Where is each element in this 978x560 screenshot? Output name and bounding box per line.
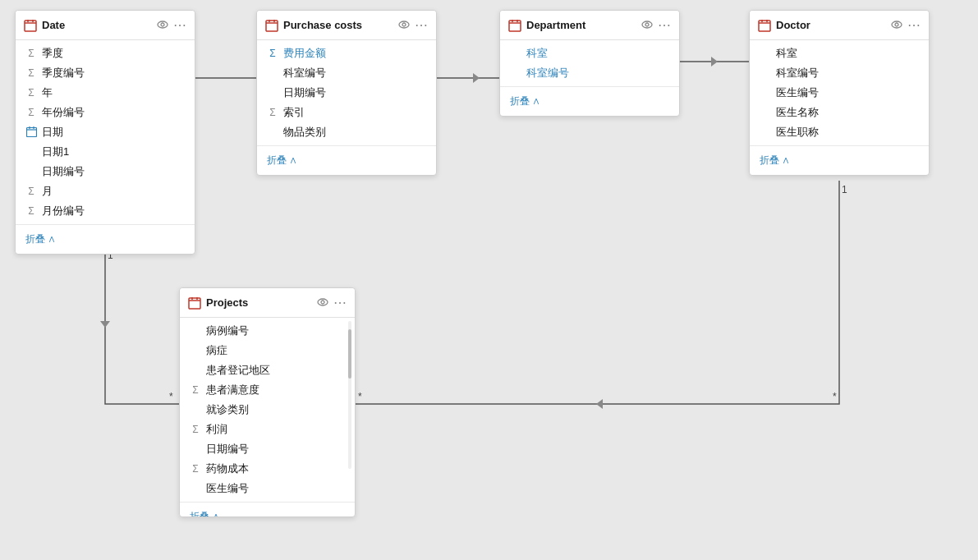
purchase-costs-more-icon[interactable]: ⋯ <box>415 17 428 33</box>
svg-point-48 <box>321 301 324 304</box>
sigma-icon: Σ <box>190 424 201 435</box>
svg-marker-7 <box>711 57 718 67</box>
sigma-icon: Σ <box>25 205 37 217</box>
list-item: 日期编号 <box>257 83 436 103</box>
svg-point-29 <box>399 21 409 28</box>
collapse-label: 折叠 ∧ <box>190 510 220 517</box>
doctor-table: Doctor ⋯ 科室 科室编号 医生编号 医生名称 医生职称 折叠 ∧ <box>749 10 930 176</box>
list-item: Σ患者满意度 <box>180 380 355 400</box>
department-collapse-button[interactable]: 折叠 ∧ <box>500 90 679 112</box>
svg-rect-15 <box>25 21 36 31</box>
svg-text:*: * <box>169 391 173 402</box>
projects-table-icon <box>188 296 201 310</box>
svg-text:*: * <box>833 391 837 402</box>
svg-point-20 <box>161 23 164 26</box>
date-collapse-button[interactable]: 折叠 ∧ <box>16 228 195 250</box>
list-item: 病症 <box>180 341 355 360</box>
list-item: 日期 <box>16 122 195 142</box>
doctor-more-icon[interactable]: ⋯ <box>907 17 921 33</box>
projects-table-header: Projects ⋯ <box>180 288 355 318</box>
svg-marker-4 <box>473 73 480 83</box>
collapse-label: 折叠 ∧ <box>760 154 790 168</box>
date-eye-icon[interactable] <box>157 19 168 31</box>
list-item: Σ年份编号 <box>16 103 195 122</box>
sigma-icon: Σ <box>25 87 37 99</box>
department-eye-icon[interactable] <box>641 19 653 31</box>
date-table-actions: ⋯ <box>157 17 186 33</box>
doctor-eye-icon[interactable] <box>891 19 902 31</box>
list-item: 科室编号 <box>750 63 929 83</box>
sigma-icon: Σ <box>267 107 278 118</box>
doctor-table-body: 科室 科室编号 医生编号 医生名称 医生职称 折叠 ∧ <box>750 40 929 175</box>
list-item: Σ季度编号 <box>16 63 195 83</box>
department-more-icon[interactable]: ⋯ <box>658 17 671 33</box>
department-table-title: Department <box>526 19 636 31</box>
collapse-label: 折叠 ∧ <box>25 232 56 246</box>
list-item: 日期1 <box>16 142 195 162</box>
projects-table-title: Projects <box>206 296 312 309</box>
svg-point-42 <box>895 23 898 26</box>
purchase-costs-table-actions: ⋯ <box>398 17 428 33</box>
svg-rect-21 <box>26 127 36 136</box>
svg-point-19 <box>158 21 168 28</box>
list-item: Σ利润 <box>180 420 355 439</box>
doctor-collapse-button[interactable]: 折叠 ∧ <box>750 149 929 172</box>
svg-point-36 <box>645 23 649 26</box>
list-item: 日期编号 <box>180 439 355 459</box>
list-item: 科室 <box>750 44 929 63</box>
department-table-body: 科室 科室编号 折叠 ∧ <box>500 40 679 116</box>
list-item: 医生编号 <box>180 479 355 498</box>
department-table-header: Department ⋯ <box>500 11 679 40</box>
sigma-icon: Σ <box>25 48 37 59</box>
calendar-icon <box>25 126 37 139</box>
purchase-costs-table-body: Σ费用金额 科室编号 日期编号 Σ索引 物品类别 折叠 ∧ <box>257 40 436 175</box>
projects-table-actions: ⋯ <box>317 295 347 310</box>
date-more-icon[interactable]: ⋯ <box>173 17 186 33</box>
svg-point-47 <box>318 299 328 305</box>
doctor-table-header: Doctor ⋯ <box>750 11 929 40</box>
list-item: Σ费用金额 <box>257 44 436 63</box>
svg-point-35 <box>642 21 652 28</box>
projects-more-icon[interactable]: ⋯ <box>333 295 347 310</box>
department-table: Department ⋯ 科室 科室编号 折叠 ∧ <box>499 10 680 117</box>
date-table: Date ⋯ Σ季度 Σ季度编号 Σ年 Σ年份编号 日期 日期1 日期编号 Σ月… <box>15 10 195 255</box>
list-item: Σ年 <box>16 83 195 103</box>
doctor-table-icon <box>758 19 771 32</box>
doctor-table-title: Doctor <box>776 19 886 31</box>
list-item: Σ月 <box>16 181 195 201</box>
list-item: 医生名称 <box>750 103 929 122</box>
svg-rect-37 <box>759 21 770 31</box>
svg-rect-25 <box>266 21 278 31</box>
purchase-costs-table-icon <box>265 19 278 32</box>
department-table-actions: ⋯ <box>641 17 671 33</box>
svg-rect-31 <box>509 21 521 31</box>
purchase-costs-table-title: Purchase costs <box>283 19 393 31</box>
list-item: 日期编号 <box>16 162 195 181</box>
projects-eye-icon[interactable] <box>317 296 328 309</box>
date-table-body: Σ季度 Σ季度编号 Σ年 Σ年份编号 日期 日期1 日期编号 Σ月 Σ月份编号 … <box>16 40 195 254</box>
list-item: 科室编号 <box>500 63 679 83</box>
sigma-icon: Σ <box>25 186 37 197</box>
list-item: 病例编号 <box>180 321 355 341</box>
svg-text:1: 1 <box>842 184 847 195</box>
sigma-icon: Σ <box>267 48 278 59</box>
list-item: 医生编号 <box>750 83 929 103</box>
svg-marker-13 <box>596 399 603 409</box>
svg-point-30 <box>402 23 406 26</box>
department-table-icon <box>508 19 521 32</box>
purchase-costs-eye-icon[interactable] <box>398 19 410 31</box>
purchase-costs-collapse-button[interactable]: 折叠 ∧ <box>257 149 436 172</box>
list-item: Σ药物成本 <box>180 459 355 479</box>
list-item: 患者登记地区 <box>180 360 355 380</box>
list-item: Σ季度 <box>16 44 195 63</box>
sigma-icon: Σ <box>190 463 201 475</box>
list-item: 科室 <box>500 44 679 63</box>
collapse-label: 折叠 ∧ <box>510 94 540 108</box>
sigma-icon: Σ <box>25 107 37 118</box>
svg-text:*: * <box>358 391 362 402</box>
list-item: 医生职称 <box>750 122 929 142</box>
doctor-table-actions: ⋯ <box>891 17 921 33</box>
projects-collapse-button[interactable]: 折叠 ∧ <box>180 506 355 517</box>
sigma-icon: Σ <box>190 384 201 396</box>
date-table-title: Date <box>42 19 152 31</box>
